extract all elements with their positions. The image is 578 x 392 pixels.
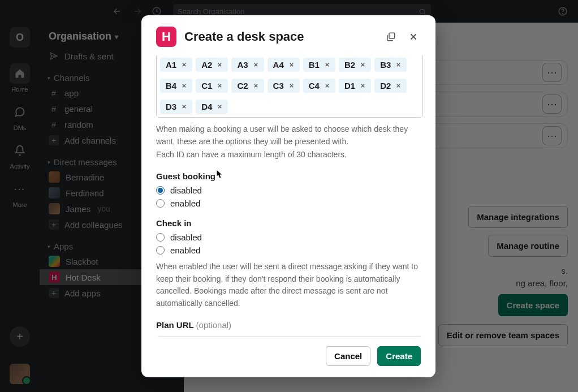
- create-desk-space-modal: H Create a desk space A1A2A3A4B1B2B3B4C1…: [141, 15, 435, 377]
- remove-chip-icon[interactable]: [217, 83, 225, 89]
- desk-chip: C1: [196, 79, 228, 93]
- help-text: When making a booking a user will be ask…: [156, 123, 423, 148]
- desk-chip: B4: [160, 79, 192, 93]
- close-icon[interactable]: [406, 29, 421, 45]
- desk-chip: C2: [231, 79, 264, 93]
- checkin-label: Check in: [156, 218, 423, 228]
- desk-ids-input[interactable]: A1A2A3A4B1B2B3B4C1C2C3C4D1D2D3D4: [156, 55, 423, 118]
- remove-chip-icon[interactable]: [181, 104, 189, 110]
- desk-chip: C4: [303, 79, 335, 93]
- desk-chip: A1: [160, 58, 192, 72]
- desk-chip: D3: [160, 100, 192, 114]
- remove-chip-icon[interactable]: [181, 62, 189, 68]
- desk-chip: D1: [339, 79, 371, 93]
- desk-chip: B2: [339, 58, 371, 72]
- desk-chip: A3: [231, 58, 264, 72]
- modal-body: A1A2A3A4B1B2B3B4C1C2C3C4D1D2D3D4 When ma…: [141, 55, 435, 337]
- remove-chip-icon[interactable]: [217, 104, 225, 110]
- help-text: Each ID can have a maximum length of 30 …: [156, 149, 423, 161]
- plan-url-input[interactable]: [156, 337, 423, 337]
- remove-chip-icon[interactable]: [360, 83, 368, 89]
- remove-chip-icon[interactable]: [288, 62, 296, 68]
- desk-chip: D4: [196, 100, 228, 114]
- cancel-button[interactable]: Cancel: [326, 346, 370, 366]
- modal-title: Create a desk space: [184, 29, 376, 44]
- remove-chip-icon[interactable]: [181, 83, 189, 89]
- desk-chip: B3: [374, 58, 407, 72]
- remove-chip-icon[interactable]: [324, 62, 332, 68]
- remove-chip-icon[interactable]: [395, 83, 403, 89]
- guest-booking-label: Guest booking: [156, 171, 423, 181]
- checkin-disabled-radio[interactable]: disabled: [156, 232, 423, 242]
- desk-chip: A2: [196, 58, 228, 72]
- create-button[interactable]: Create: [377, 346, 421, 366]
- remove-chip-icon[interactable]: [324, 83, 332, 89]
- new-window-icon[interactable]: [383, 29, 398, 45]
- svg-rect-4: [389, 33, 395, 39]
- desk-chip: B1: [303, 58, 335, 72]
- help-text: When enabled the user will be sent a dir…: [156, 261, 423, 310]
- plan-url-label: Plan URL (optional): [156, 320, 423, 330]
- hotdesk-app-icon: H: [156, 27, 176, 47]
- modal-header: H Create a desk space: [141, 15, 435, 55]
- desk-chip: C3: [268, 79, 300, 93]
- remove-chip-icon[interactable]: [360, 62, 368, 68]
- modal-footer: Cancel Create: [141, 337, 435, 377]
- remove-chip-icon[interactable]: [253, 83, 261, 89]
- desk-chip: A4: [268, 58, 300, 72]
- remove-chip-icon[interactable]: [253, 62, 261, 68]
- desk-chip: D2: [374, 79, 407, 93]
- guest-enabled-radio[interactable]: enabled: [156, 199, 423, 208]
- remove-chip-icon[interactable]: [288, 83, 296, 89]
- remove-chip-icon[interactable]: [395, 62, 403, 68]
- checkin-enabled-radio[interactable]: enabled: [156, 245, 423, 255]
- remove-chip-icon[interactable]: [217, 62, 225, 68]
- guest-disabled-radio[interactable]: disabled: [156, 186, 423, 195]
